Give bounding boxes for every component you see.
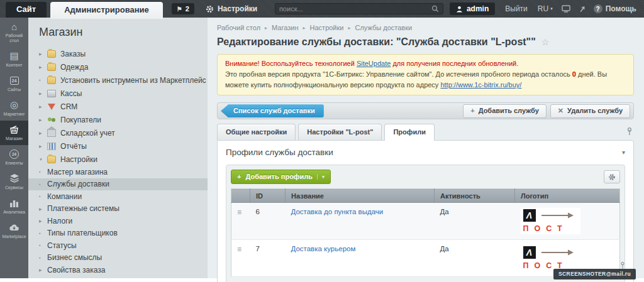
breadcrumb-current: Службы доставки <box>355 24 412 31</box>
breadcrumb-link[interactable]: Рабочий стол <box>217 24 260 31</box>
column-header-id[interactable]: ID <box>250 189 286 203</box>
delete-service-button[interactable]: ✕ Удалить службу <box>550 104 630 118</box>
submenu-item-store-wizard[interactable]: ▪ Мастер магазина <box>39 166 208 178</box>
bullet-icon: ▪ <box>39 230 47 236</box>
breadcrumb-link[interactable]: Настройки <box>310 24 344 31</box>
rail-item-clients[interactable]: 24 Клиенты <box>0 145 28 170</box>
collapse-icon[interactable]: ▼ <box>39 158 47 161</box>
column-header-logo[interactable]: Логотип <box>515 189 620 203</box>
submenu-item-order-properties[interactable]: ▶ Свойства заказа <box>39 264 208 276</box>
trial-notice: Внимание! Воспользуйтесь технологией Sit… <box>217 54 634 95</box>
tab-lpost-settings[interactable]: Настройки "L-post" <box>298 124 382 140</box>
expand-icon[interactable]: ▶ <box>39 268 47 272</box>
submenu-item-payer-types[interactable]: ▪ Типы плательщиков <box>39 227 208 240</box>
submenu-item-delivery-services[interactable]: ▪ Службы доставки <box>28 178 208 191</box>
document-icon: ▤ <box>1 50 28 62</box>
rail-item-services[interactable]: Сервисы <box>0 170 28 194</box>
expand-icon[interactable]: ▶ <box>39 207 47 211</box>
rail-item-store[interactable]: Магазин <box>0 121 28 145</box>
add-service-button[interactable]: + Добавить службу <box>463 104 547 118</box>
tab-profiles[interactable]: Профили <box>384 124 434 141</box>
chevron-down-icon: ▾ <box>550 6 553 11</box>
expand-icon[interactable]: ▶ <box>39 52 47 56</box>
submenu-item-companies[interactable]: ▪ Компании <box>39 190 208 203</box>
buy-link[interactable]: http://www.1c-bitrix.ru/buy/ <box>440 81 521 89</box>
notifications-button[interactable]: ⚑ 2 <box>172 3 194 14</box>
rail-item-desktop[interactable]: ⌂ Рабочий стол <box>0 18 28 47</box>
menu-item-customers[interactable]: ▶ Покупатели <box>39 113 208 126</box>
menu-item-label: Настройки <box>60 155 97 164</box>
main-content: Рабочий стол ▸ Магазин ▸ Настройки ▸ Слу… <box>208 18 644 278</box>
expand-icon[interactable]: ▶ <box>39 131 47 135</box>
submenu-item-statuses[interactable]: ▪ Статусы <box>39 239 208 252</box>
profiles-grid-widget: + Добавить профиль ▾ <box>226 165 625 282</box>
rail-item-sites[interactable]: 24 Сайты <box>0 72 28 96</box>
breadcrumb-link[interactable]: Магазин <box>272 24 298 31</box>
expand-icon[interactable]: ▶ <box>39 144 47 148</box>
menu-item-clothes[interactable]: ▶ Одежда <box>39 60 208 73</box>
help-button[interactable]: ? Помощь <box>594 4 636 13</box>
rail-item-analytics[interactable]: Аналитика <box>0 194 28 219</box>
expand-icon[interactable]: ▶ <box>39 65 47 69</box>
menu-item-label: Архивирование заказов <box>47 278 131 278</box>
drag-handle-icon[interactable]: ≡ <box>237 208 242 217</box>
expand-icon[interactable]: ▶ <box>39 117 47 122</box>
rail-label: Сервисы <box>1 185 28 190</box>
siteupdate-link[interactable]: SiteUpdate <box>357 60 391 67</box>
topbar-settings-button[interactable]: Настройки <box>206 4 257 13</box>
drag-handle-icon[interactable]: ≡ <box>237 245 242 254</box>
menu-item-orders[interactable]: ▶ Заказы <box>39 47 208 60</box>
notice-line-trial: Это пробная версия продукта "1С-Битрикс:… <box>225 69 626 90</box>
language-selector[interactable]: RU ▾ <box>538 4 553 13</box>
cash-register-icon <box>47 90 56 97</box>
rail-item-marketplace[interactable]: Marketplace <box>0 219 28 243</box>
table-row: ≡ 6 Доставка до пункта выдачи Да Λ <box>231 203 620 240</box>
context-toolbar: Список служб доставки + Добавить службу … <box>217 102 634 119</box>
admin-tab[interactable]: Администрирование <box>50 2 163 19</box>
grid-settings-button[interactable] <box>604 170 620 183</box>
rail-item-content[interactable]: ▤ Контент <box>0 47 28 72</box>
menu-item-install-tools[interactable]: ▪ Установить инструменты из Маркетплейс <box>39 73 208 87</box>
menu-item-crm[interactable]: ▶ CRM <box>39 100 208 113</box>
desktop-view-button[interactable] <box>562 5 570 13</box>
submenu-item-order-archiving[interactable]: ▪ Архивирование заказов <box>39 276 208 279</box>
notification-count: 2 <box>186 5 189 13</box>
lpost-logo-word: ПОСТ <box>523 224 578 233</box>
logout-link[interactable]: Выйти <box>505 4 528 13</box>
menu-item-warehouse[interactable]: ▶ Складской учет <box>39 126 208 139</box>
settings-label: Настройки <box>218 4 257 13</box>
site-tab[interactable]: Сайт <box>6 2 47 18</box>
column-header-name[interactable]: Название <box>286 189 435 203</box>
collapse-section-icon[interactable]: ▾ <box>622 149 625 156</box>
submenu-item-taxes[interactable]: ▶ Налоги <box>39 215 208 227</box>
column-header-active[interactable]: Активность <box>435 189 515 203</box>
submenu-item-payment-systems[interactable]: ▶ Платежные системы <box>39 203 208 215</box>
menu-item-reports[interactable]: ▶ Отчёты <box>39 139 208 153</box>
layers-icon <box>1 173 28 184</box>
rail-item-marketing[interactable]: ◎ Маркетинг <box>0 96 28 121</box>
menu-title: Магазин <box>39 26 208 39</box>
expand-icon[interactable]: ▶ <box>39 91 47 95</box>
profile-link[interactable]: Доставка до пункта выдачи <box>291 208 384 215</box>
menu-item-cash-registers[interactable]: ▶ Кассы <box>39 87 208 100</box>
question-icon: ? <box>594 4 602 13</box>
menu-item-label: Покупатели <box>60 116 101 124</box>
expand-icon[interactable]: ▶ <box>39 104 47 109</box>
pin-panel-button[interactable] <box>579 5 586 13</box>
topbar-search[interactable] <box>275 3 443 14</box>
favorite-star-icon[interactable]: ☆ <box>541 37 550 47</box>
tab-bar: Общие настройки Настройки "L-post" Профи… <box>217 124 634 140</box>
gear-icon <box>608 173 616 181</box>
menu-item-settings[interactable]: ▼ Настройки <box>39 153 208 166</box>
search-input[interactable] <box>279 5 431 13</box>
profile-link[interactable]: Доставка курьером <box>291 245 356 252</box>
pin-form-button[interactable] <box>626 127 633 138</box>
delivery-list-button[interactable]: Список служб доставки <box>221 104 324 117</box>
profiles-panel: Профили службы доставки ▾ + Добавить про… <box>217 140 634 282</box>
user-menu-button[interactable]: admin <box>450 3 495 15</box>
menu-item-label: Компании <box>47 192 82 201</box>
expand-icon[interactable]: ▶ <box>39 219 47 223</box>
submenu-item-business-meanings[interactable]: ▪ Бизнес смыслы <box>39 252 208 264</box>
tab-general-settings[interactable]: Общие настройки <box>217 124 296 140</box>
add-profile-button[interactable]: + Добавить профиль ▾ <box>231 170 331 184</box>
